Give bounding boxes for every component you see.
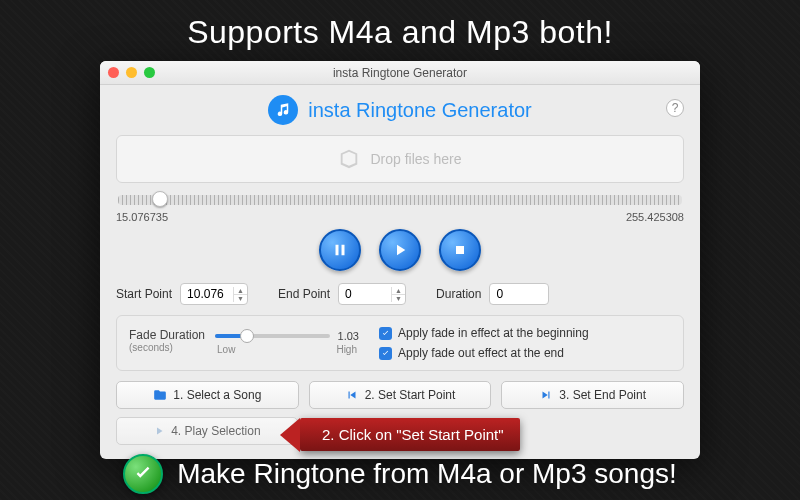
window-titlebar: insta Ringtone Generator <box>100 61 700 85</box>
play-icon <box>391 241 409 259</box>
fade-slider-knob[interactable] <box>240 329 254 343</box>
pause-button[interactable] <box>319 229 361 271</box>
duration-label: Duration <box>436 287 481 301</box>
stop-button[interactable] <box>439 229 481 271</box>
fade-in-label: Apply fade in effect at the beginning <box>398 326 589 340</box>
promo-bottom-text: Make Ringtone from M4a or Mp3 songs! <box>177 458 677 490</box>
end-point-step-down[interactable]: ▼ <box>391 295 405 302</box>
timeline-start-value: 15.076735 <box>116 211 168 223</box>
fade-value: 1.03 <box>338 330 359 342</box>
step4-label: 4. Play Selection <box>171 424 260 438</box>
svg-rect-0 <box>456 246 464 254</box>
play-small-icon <box>153 425 165 437</box>
dropzone-label: Drop files here <box>370 151 461 167</box>
pause-icon <box>331 241 349 259</box>
fade-panel: Fade Duration (seconds) 1.03 Low <box>116 315 684 371</box>
file-dropzone[interactable]: Drop files here <box>116 135 684 183</box>
promo-top-text: Supports M4a and Mp3 both! <box>0 0 800 61</box>
check-badge-icon <box>123 454 163 494</box>
start-point-label: Start Point <box>116 287 172 301</box>
help-button[interactable]: ? <box>666 99 684 117</box>
fade-unit-label: (seconds) <box>129 342 205 353</box>
app-logo-icon <box>268 95 298 125</box>
window-title: insta Ringtone Generator <box>100 66 700 80</box>
fade-in-checkbox[interactable]: Apply fade in effect at the beginning <box>379 326 671 340</box>
step1-label: 1. Select a Song <box>173 388 261 402</box>
start-point-input[interactable] <box>181 287 233 301</box>
end-point-label: End Point <box>278 287 330 301</box>
instruction-callout: 2. Click on "Set Start Point" <box>300 418 520 451</box>
step2-label: 2. Set Start Point <box>365 388 456 402</box>
play-selection-button[interactable]: 4. Play Selection <box>116 417 298 445</box>
fade-low-label: Low <box>217 344 235 355</box>
step3-label: 3. Set End Point <box>559 388 646 402</box>
timeline-thumb[interactable] <box>152 191 168 207</box>
fade-out-checkbox[interactable]: Apply fade out effect at the end <box>379 346 671 360</box>
checkbox-checked-icon <box>379 327 392 340</box>
app-title: insta Ringtone Generator <box>308 99 531 122</box>
duration-field <box>489 283 549 305</box>
fade-duration-label: Fade Duration <box>129 328 205 342</box>
folder-icon <box>153 388 167 402</box>
set-start-point-button[interactable]: 2. Set Start Point <box>309 381 492 409</box>
stop-icon <box>452 242 468 258</box>
start-point-step-up[interactable]: ▲ <box>233 287 247 295</box>
fade-out-label: Apply fade out effect at the end <box>398 346 564 360</box>
play-button[interactable] <box>379 229 421 271</box>
start-point-field[interactable]: ▲▼ <box>180 283 248 305</box>
fade-high-label: High <box>336 344 357 355</box>
end-point-input[interactable] <box>339 287 391 301</box>
set-end-point-button[interactable]: 3. Set End Point <box>501 381 684 409</box>
app-window: insta Ringtone Generator insta Ringtone … <box>100 61 700 459</box>
timeline-slider[interactable] <box>118 195 682 205</box>
select-song-button[interactable]: 1. Select a Song <box>116 381 299 409</box>
end-point-step-up[interactable]: ▲ <box>391 287 405 295</box>
skip-start-icon <box>345 388 359 402</box>
fade-slider[interactable] <box>215 334 330 338</box>
start-point-step-down[interactable]: ▼ <box>233 295 247 302</box>
timeline-end-value: 255.425308 <box>626 211 684 223</box>
box-icon <box>338 148 360 170</box>
checkbox-checked-icon <box>379 347 392 360</box>
end-point-field[interactable]: ▲▼ <box>338 283 406 305</box>
skip-end-icon <box>539 388 553 402</box>
duration-value <box>490 287 542 301</box>
